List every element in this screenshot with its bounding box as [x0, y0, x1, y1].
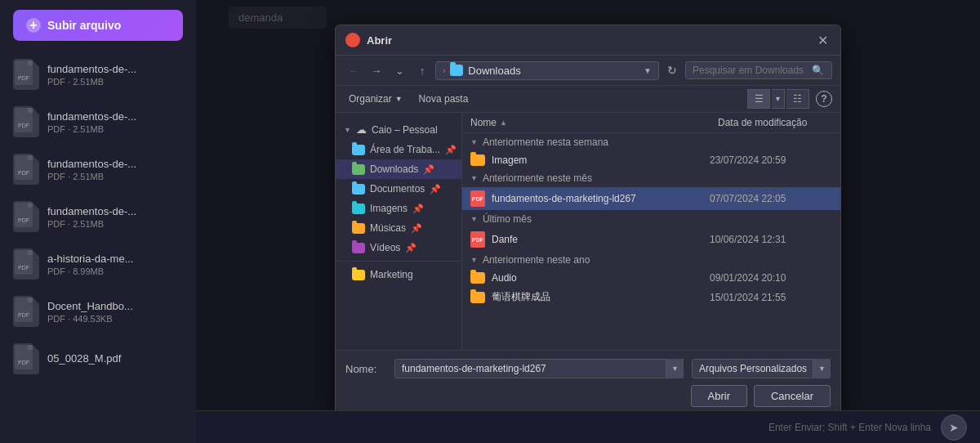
back-button[interactable]: ← [344, 60, 363, 80]
file-icon: PDF [13, 154, 39, 185]
cancel-button[interactable]: Cancelar [754, 385, 831, 407]
refresh-button[interactable]: ↻ [662, 60, 682, 80]
dialog-secondary-toolbar: Organizar ▼ Nova pasta ☰ ▼ ☷ ? [336, 86, 840, 113]
file-name: fundamentos-de-... [47, 205, 183, 217]
filename-input[interactable] [394, 359, 684, 378]
organize-chevron-icon: ▼ [395, 95, 403, 103]
list-view-dropdown[interactable]: ▼ [772, 89, 785, 109]
pdf-icon: PDF [470, 190, 485, 207]
group-last-month[interactable]: ▼ Último mês [462, 210, 840, 228]
file-info: fundamentos-de-... PDF · 2.51MB [47, 63, 183, 87]
folder-icon [352, 204, 365, 214]
tree-item-marketing[interactable]: Marketing [336, 265, 461, 284]
open-button[interactable]: Abrir [691, 385, 747, 407]
tree-item-images[interactable]: Imagens 📌 [336, 199, 461, 218]
tree-item-music[interactable]: Músicas 📌 [336, 218, 461, 238]
folder-icon [470, 272, 485, 284]
folder-icon [352, 223, 365, 234]
path-folder-icon [450, 65, 463, 76]
sidebar-file-item[interactable]: PDF fundamentos-de-... PDF · 2.51MB [0, 98, 196, 145]
action-row: Abrir Cancelar [345, 385, 831, 407]
tree-item-documents[interactable]: Documentos 📌 [336, 179, 461, 199]
view-buttons: ☰ ▼ ☷ [747, 89, 809, 109]
tree-item-label: Caio – Pessoal [372, 124, 438, 136]
file-row-imagem[interactable]: Imagem 23/07/2024 20:59 [462, 151, 840, 169]
column-name[interactable]: Nome ▲ [462, 113, 710, 132]
file-info: fundamentos-de-... PDF · 2.51MB [47, 110, 183, 134]
sidebar-file-item[interactable]: PDF fundamentos-de-... PDF · 2.51MB [0, 51, 196, 98]
file-meta: PDF · 2.51MB [47, 77, 183, 87]
file-meta: PDF · 2.51MB [47, 172, 183, 181]
hint-bar: Enter Enviar; Shift + Enter Nova linha ➤ [196, 410, 980, 443]
search-bar: 🔍 [685, 61, 832, 79]
svg-rect-7 [28, 155, 33, 160]
path-dropdown-icon[interactable]: ▼ [644, 66, 652, 75]
svg-rect-16 [28, 298, 33, 302]
tree-separator [336, 261, 461, 262]
search-input[interactable] [693, 65, 807, 76]
pin-icon: 📌 [411, 223, 422, 234]
tree-item-label: Documentos [370, 183, 425, 195]
file-icon: PDF [13, 296, 39, 327]
forward-button[interactable]: → [367, 60, 386, 80]
group-this-year[interactable]: ▼ Anteriormente neste ano [462, 251, 840, 269]
tree-item-label: Downloads [370, 163, 418, 175]
filetype-select-wrap: Arquivos Personalizados Todos os Arquivo… [692, 359, 831, 378]
file-name: fundamentos-de-... [47, 63, 183, 75]
file-row-danfe[interactable]: PDF Danfe 10/06/2024 12:31 [462, 228, 840, 251]
file-panel-header: Nome ▲ Data de modificação [462, 113, 840, 133]
pin-icon: 📌 [405, 243, 416, 253]
pin-icon: 📌 [445, 145, 457, 155]
dialog-close-button[interactable]: ✕ [814, 32, 831, 48]
history-button[interactable]: ⌄ [390, 60, 409, 80]
tree-item-videos[interactable]: Vídeos 📌 [336, 238, 461, 257]
svg-text:PDF: PDF [18, 360, 29, 365]
tree-item-caio[interactable]: ▼ ☁ Caio – Pessoal [336, 119, 461, 140]
svg-rect-13 [28, 250, 33, 255]
sidebar-file-item[interactable]: PDF fundamentos-de-... PDF · 2.51MB [0, 145, 196, 193]
path-bar[interactable]: › Downloads ▼ [435, 61, 659, 80]
svg-rect-1 [28, 60, 33, 65]
tree-item-label: Área de Traba... [370, 144, 440, 155]
up-button[interactable]: ↑ [412, 60, 432, 80]
group-this-month[interactable]: ▼ Anteriormente neste mês [462, 169, 840, 187]
sidebar-file-item[interactable]: PDF a-historia-da-me... PDF · 8.99MB [0, 240, 196, 288]
new-folder-button[interactable]: Nova pasta [414, 91, 474, 107]
file-meta: PDF · 2.51MB [47, 124, 183, 134]
filename-dropdown-button[interactable]: ▼ [666, 359, 684, 378]
sidebar-file-item[interactable]: PDF Docent_Handbo... PDF · 449.53KB [0, 288, 196, 335]
help-button[interactable]: ? [816, 91, 832, 107]
filename-row: Nome: ▼ Arquivos Personalizados Todos os… [345, 359, 831, 378]
tree-item-workspace[interactable]: Área de Traba... 📌 [336, 140, 461, 159]
svg-rect-4 [28, 108, 33, 113]
file-meta: PDF · 449.53KB [47, 314, 183, 324]
path-arrow: › [443, 66, 445, 75]
tiles-view-button[interactable]: ☷ [786, 89, 809, 109]
sidebar-file-item[interactable]: PDF fundamentos-de-... PDF · 2.51MB [0, 193, 196, 240]
main-area: demanda Abrir ✕ ← → ⌄ ↑ › Downloads ▼ ↻ [196, 0, 980, 443]
dialog-content: ▼ ☁ Caio – Pessoal Área de Traba... 📌 Do… [336, 113, 840, 350]
sidebar-file-item[interactable]: PDF 05_0028_M.pdf [0, 335, 196, 383]
organize-button[interactable]: Organizar ▼ [344, 91, 408, 107]
hint-text: Enter Enviar; Shift + Enter Nova linha [768, 422, 931, 433]
group-this-week[interactable]: ▼ Anteriormente nesta semana [462, 133, 840, 151]
tree-item-label: Músicas [370, 222, 406, 234]
file-meta: PDF · 2.51MB [47, 219, 183, 229]
column-date[interactable]: Data de modificação [710, 113, 840, 132]
list-view-button[interactable]: ☰ [747, 89, 770, 109]
file-row-audio[interactable]: Audio 09/01/2024 20:10 [462, 269, 840, 287]
send-button[interactable]: ➤ [941, 414, 967, 441]
tree-panel: ▼ ☁ Caio – Pessoal Área de Traba... 📌 Do… [336, 113, 462, 350]
filetype-select[interactable]: Arquivos Personalizados Todos os Arquivo… [692, 359, 831, 378]
file-row-chinese[interactable]: 葡语棋牌成品 15/01/2024 21:55 [462, 287, 840, 307]
file-row-fundamentos[interactable]: PDF fundamentos-de-marketing-ld267 07/07… [462, 187, 840, 210]
tree-chevron-icon: ▼ [344, 126, 351, 134]
pin-icon: 📌 [412, 204, 424, 214]
pin-icon: 📌 [423, 164, 434, 175]
file-icon: PDF [13, 106, 39, 137]
file-info: Docent_Handbo... PDF · 449.53KB [47, 300, 183, 324]
upload-button[interactable]: + Subir arquivo [13, 10, 183, 41]
group-chevron-icon: ▼ [470, 256, 478, 264]
dialog-nav-toolbar: ← → ⌄ ↑ › Downloads ▼ ↻ 🔍 [336, 56, 840, 86]
tree-item-downloads[interactable]: Downloads 📌 [336, 159, 461, 179]
